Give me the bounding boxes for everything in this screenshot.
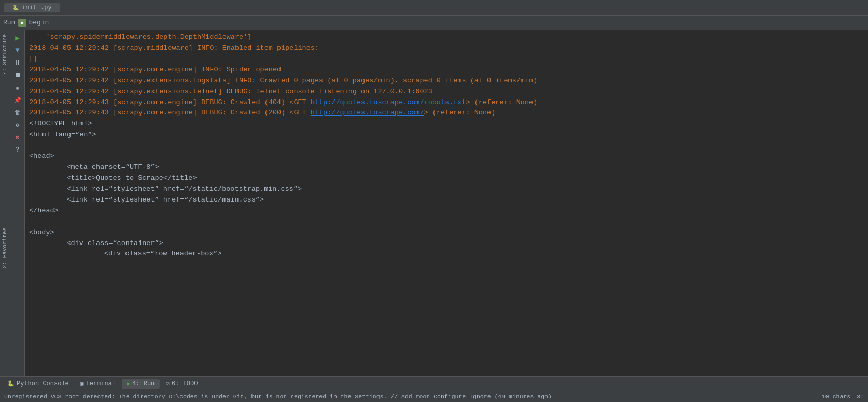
- console-line: [29, 140, 864, 151]
- console-output: 'scrapy.spidermiddlewares.depth.DepthMid…: [25, 30, 868, 376]
- file-tab-icon: 🐍: [12, 5, 19, 11]
- console-line: <link rel=“stylesheet” href=“/static/mai…: [29, 195, 864, 206]
- run-config-label: begin: [29, 19, 49, 26]
- console-line: 2018-04-05 12:29:42 [scrapy.middleware] …: [29, 43, 864, 54]
- run-toolbar: Run ▶ begin: [0, 16, 868, 30]
- favorites-label[interactable]: 2: Favorites: [0, 223, 9, 272]
- console-line: <title>Quotes to Scrape</title>: [29, 173, 864, 184]
- console-line: <!DOCTYPE html>: [29, 119, 864, 130]
- console-line: 2018-04-05 12:29:42 [scrapy.extensions.t…: [29, 87, 864, 97]
- run-tab-icon: ▶: [127, 381, 130, 387]
- help-button[interactable]: ?: [12, 144, 23, 155]
- clear-button[interactable]: 🗑: [12, 107, 23, 118]
- close-button[interactable]: ✖: [12, 132, 23, 143]
- file-tab-label: init .py: [22, 4, 52, 11]
- main-area: 7: Structure 2: Favorites ▶ ▼ ⏸ ⏹ ▣ 📌 🗑 …: [0, 30, 868, 376]
- console-line: 2018-04-05 12:29:42 [scrapy.extensions.l…: [29, 76, 864, 87]
- bottom-toolbar: 🐍 Python Console ▣ Terminal ▶ 4: Run ☑ 6…: [0, 376, 868, 391]
- python-console-label: Python Console: [17, 380, 69, 387]
- todo-icon: ☑: [166, 380, 170, 387]
- run-label: Run: [3, 19, 15, 26]
- coverage-button[interactable]: ▣: [12, 82, 23, 93]
- vertical-labels-panel: 7: Structure 2: Favorites: [0, 30, 10, 376]
- status-bar: Unregistered VCS root detected: The dire…: [0, 391, 868, 402]
- console-line: 'scrapy.spidermiddlewares.depth.DepthMid…: [29, 32, 864, 43]
- left-sidebar: ▶ ▼ ⏸ ⏹ ▣ 📌 🗑 ⚙ ✖ ?: [10, 30, 25, 376]
- console-line-200: 2018-04-05 12:29:43 [scrapy.core.engine]…: [29, 108, 864, 119]
- run-config[interactable]: ▶ begin: [18, 19, 49, 27]
- python-console-tab[interactable]: 🐍 Python Console: [2, 379, 74, 389]
- status-right: 10 chars 3:: [822, 393, 864, 400]
- link-robots[interactable]: http://quotes.toscrape.com/robots.txt: [311, 98, 466, 106]
- console-line: <div class=“row header-box”>: [29, 249, 864, 260]
- run-tab-label: 4: Run: [132, 380, 155, 387]
- console-line: <div class=“container”>: [29, 238, 864, 249]
- stop-button[interactable]: ⏹: [12, 69, 23, 81]
- play-button[interactable]: ▶: [12, 32, 23, 44]
- run-tab[interactable]: ▶ 4: Run: [122, 379, 160, 389]
- status-message: Unregistered VCS root detected: The dire…: [4, 393, 552, 400]
- console-line: </head>: [29, 206, 864, 217]
- console-line: [29, 217, 864, 227]
- console-line: <meta charset=“UTF-8”>: [29, 162, 864, 173]
- terminal-icon: ▣: [80, 380, 84, 387]
- console-line: []: [29, 54, 864, 65]
- python-console-icon: 🐍: [7, 380, 15, 387]
- link-index[interactable]: http://quotes.toscrape.com/: [311, 109, 424, 117]
- tab-bar: 🐍 init .py: [0, 0, 868, 16]
- file-tab[interactable]: 🐍 init .py: [4, 3, 60, 12]
- terminal-label: Terminal: [86, 380, 116, 387]
- pin-button[interactable]: 📌: [12, 94, 23, 106]
- pause-button[interactable]: ⏸: [12, 57, 23, 68]
- terminal-tab[interactable]: ▣ Terminal: [75, 379, 121, 389]
- console-line: <link rel=“stylesheet” href=“/static/boo…: [29, 184, 864, 195]
- step-over-button[interactable]: ▼: [12, 45, 23, 56]
- console-line: 2018-04-05 12:29:42 [scrapy.core.engine]…: [29, 65, 864, 76]
- console-line: <html lang=“en”>: [29, 130, 864, 140]
- char-count: 10 chars: [822, 393, 850, 400]
- console-line: <head>: [29, 151, 864, 162]
- settings-button[interactable]: ⚙: [12, 119, 23, 131]
- run-config-icon: ▶: [18, 19, 26, 27]
- todo-label: 6: TODO: [172, 380, 198, 387]
- column-indicator: 3:: [857, 393, 864, 400]
- structure-label[interactable]: 7: Structure: [0, 30, 10, 79]
- console-line: <body>: [29, 227, 864, 238]
- todo-tab[interactable]: ☑ 6: TODO: [161, 379, 203, 389]
- console-line-404: 2018-04-05 12:29:43 [scrapy.core.engine]…: [29, 97, 864, 108]
